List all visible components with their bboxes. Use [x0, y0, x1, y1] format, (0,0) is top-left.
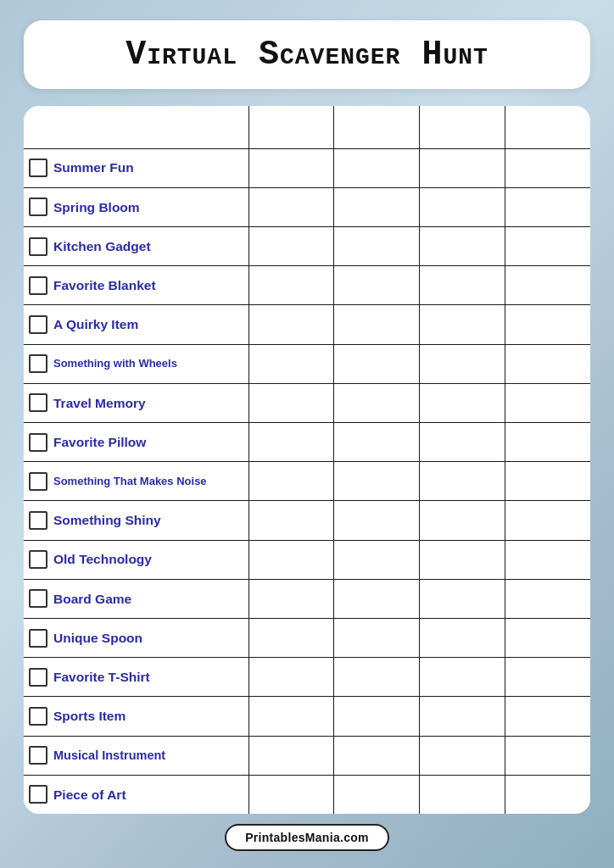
- item-cell: Kitchen Gadget: [24, 226, 248, 265]
- list-item: Favorite Pillow: [24, 422, 590, 461]
- item-cell: Old Technology: [24, 540, 248, 579]
- empty-col: [420, 383, 505, 422]
- footer-badge: PrintablesMania.com: [225, 824, 389, 851]
- header-col-4: [505, 106, 590, 148]
- empty-col: [334, 697, 420, 736]
- empty-col: [334, 305, 420, 344]
- header-items: [24, 106, 248, 148]
- empty-col: [248, 540, 334, 579]
- checkbox[interactable]: [29, 354, 47, 373]
- checkbox[interactable]: [29, 472, 47, 491]
- empty-col: [505, 266, 590, 305]
- item-cell: Something That Makes Noise: [24, 462, 248, 501]
- empty-col: [420, 266, 505, 305]
- empty-col: [334, 658, 420, 697]
- empty-col: [505, 618, 590, 657]
- list-item: Musical Instrument: [24, 736, 590, 775]
- empty-col: [334, 540, 420, 579]
- empty-col: [420, 579, 505, 618]
- checkbox[interactable]: [29, 707, 47, 726]
- item-label: Sports Item: [53, 708, 126, 724]
- empty-col: [505, 658, 590, 697]
- empty-col: [505, 736, 590, 775]
- checkbox[interactable]: [29, 511, 47, 530]
- empty-col: [334, 579, 420, 618]
- empty-col: [334, 383, 420, 422]
- empty-col: [505, 462, 590, 501]
- empty-col: [248, 266, 334, 305]
- list-item: Unique Spoon: [24, 618, 590, 657]
- item-label: Unique Spoon: [53, 630, 142, 646]
- empty-col: [248, 775, 334, 814]
- list-item: A Quirky Item: [24, 305, 590, 344]
- item-label: Kitchen Gadget: [53, 238, 151, 254]
- checkbox[interactable]: [29, 433, 47, 452]
- empty-col: [334, 266, 420, 305]
- checkbox[interactable]: [29, 198, 47, 216]
- empty-col: [248, 422, 334, 461]
- empty-col: [334, 462, 420, 501]
- empty-col: [334, 618, 420, 657]
- item-cell: Favorite T-Shirt: [24, 658, 248, 697]
- header-col-1: [248, 106, 334, 148]
- list-item: Sports Item: [24, 697, 590, 736]
- page-title: Virtual Scavenger Hunt: [126, 36, 488, 74]
- item-label: Something with Wheels: [53, 357, 177, 370]
- checkbox[interactable]: [29, 589, 47, 608]
- checkbox[interactable]: [29, 159, 47, 177]
- item-cell: Something with Wheels: [24, 344, 248, 383]
- item-label: Summer Fun: [53, 159, 134, 175]
- checkbox[interactable]: [29, 629, 47, 648]
- empty-col: [420, 462, 505, 501]
- checkbox[interactable]: [29, 550, 47, 569]
- empty-col: [420, 618, 505, 657]
- item-cell: Favorite Blanket: [24, 266, 248, 305]
- list-item: Something with Wheels: [24, 344, 590, 383]
- item-label: Board Game: [53, 591, 131, 607]
- empty-col: [505, 579, 590, 618]
- empty-col: [505, 422, 590, 461]
- checklist-table: Summer FunSpring BloomKitchen GadgetFavo…: [24, 106, 590, 814]
- empty-col: [248, 618, 334, 657]
- empty-col: [420, 501, 505, 540]
- footer-text: PrintablesMania.com: [245, 831, 369, 844]
- empty-col: [505, 226, 590, 265]
- checkbox[interactable]: [29, 276, 47, 295]
- item-cell: Travel Memory: [24, 383, 248, 422]
- empty-col: [248, 501, 334, 540]
- item-cell: Something Shiny: [24, 501, 248, 540]
- checkbox[interactable]: [29, 668, 47, 687]
- checkbox[interactable]: [29, 393, 47, 412]
- item-cell: Sports Item: [24, 697, 248, 736]
- item-label: Musical Instrument: [53, 748, 165, 763]
- title-box: Virtual Scavenger Hunt: [24, 20, 590, 89]
- main-content: Summer FunSpring BloomKitchen GadgetFavo…: [24, 106, 590, 814]
- empty-col: [248, 697, 334, 736]
- empty-col: [420, 658, 505, 697]
- item-cell: Spring Bloom: [24, 187, 248, 226]
- empty-col: [334, 344, 420, 383]
- empty-col: [420, 736, 505, 775]
- empty-col: [505, 775, 590, 814]
- checkbox[interactable]: [29, 746, 47, 765]
- table-wrapper: Summer FunSpring BloomKitchen GadgetFavo…: [24, 106, 590, 814]
- empty-col: [334, 226, 420, 265]
- empty-col: [248, 658, 334, 697]
- list-item: Spring Bloom: [24, 187, 590, 226]
- header-row: [24, 106, 590, 148]
- empty-col: [505, 540, 590, 579]
- empty-col: [505, 148, 590, 187]
- list-item: Board Game: [24, 579, 590, 618]
- empty-col: [248, 148, 334, 187]
- item-cell: Summer Fun: [24, 148, 248, 187]
- empty-col: [420, 697, 505, 736]
- checkbox[interactable]: [29, 785, 47, 804]
- empty-col: [420, 422, 505, 461]
- list-item: Something Shiny: [24, 501, 590, 540]
- item-label: Favorite T-Shirt: [53, 669, 150, 685]
- checkbox[interactable]: [29, 237, 47, 256]
- item-cell: Favorite Pillow: [24, 422, 248, 461]
- empty-col: [505, 383, 590, 422]
- empty-col: [505, 344, 590, 383]
- checkbox[interactable]: [29, 315, 47, 334]
